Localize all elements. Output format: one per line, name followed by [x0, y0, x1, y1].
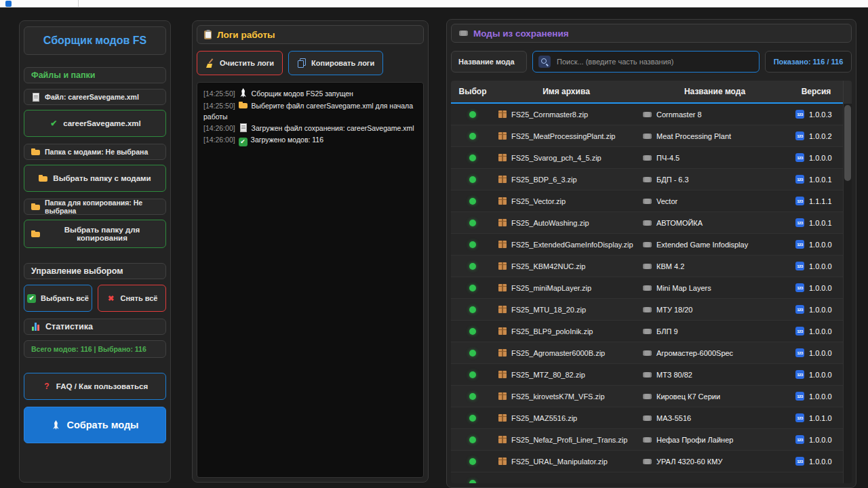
row-select-cell[interactable] [451, 364, 494, 385]
version-icon [795, 153, 804, 162]
scrollbar-thumb[interactable] [844, 105, 851, 181]
version-icon [795, 435, 804, 444]
table-row[interactable]: FS25_MTZ_80_82.zip МТЗ 80/82 1.0.0.0 [451, 364, 852, 386]
search-icon [540, 57, 549, 66]
log-time: [14:25:50] [203, 102, 235, 110]
row-select-cell[interactable] [451, 451, 494, 472]
table-row[interactable]: FS25_miniMapLayer.zip Mini Map Layers 1.… [451, 277, 852, 299]
folder-icon [31, 147, 41, 157]
table-scrollbar[interactable] [843, 104, 852, 483]
table-row[interactable]: FS25_MTU_18_20.zip МТУ 18/20 1.0.0.0 [451, 299, 852, 321]
table-row[interactable]: FS25_URAL_Manipulator.zip УРАЛ 4320-60 К… [451, 451, 852, 472]
row-archive-cell: FS25_ExtendedGameInfoDisplay.zip [494, 234, 638, 255]
mod-name: БДП - 6.3 [656, 176, 689, 184]
table-row[interactable]: FS25_Nefaz_Profi_Liner_Trans.zip Нефаз П… [451, 429, 852, 451]
table-row[interactable]: FS25_Svarog_pch_4_5.zip ПЧ-4.5 1.0.0.0 [451, 147, 852, 169]
archive-name: FS25_MTZ_80_82.zip [511, 371, 585, 379]
mod-version: 1.0.0.2 [809, 132, 832, 140]
table-row[interactable]: FS25_MeatProcessingPlant.zip Meat Proces… [451, 125, 852, 147]
version-icon [795, 392, 804, 401]
row-archive-cell: FS25_Agromaster6000B.zip [494, 342, 638, 363]
mod-name: Extended Game Infodisplay [656, 241, 748, 249]
row-select-cell [451, 472, 494, 483]
table-row[interactable]: FS25_Agromaster6000B.zip Агромастер-6000… [451, 342, 852, 364]
table-row[interactable]: FS25_kirovetsK7M_VFS.zip Кировец К7 Сери… [451, 386, 852, 407]
row-modname-cell: Meat Processing Plant [638, 125, 791, 146]
row-select-cell[interactable] [451, 321, 494, 342]
search-field-selector[interactable]: Название мода [451, 51, 527, 73]
mod-version: 1.0.0.0 [809, 436, 832, 444]
broom-icon [205, 58, 215, 68]
table-row[interactable]: FS25_AutoWashing.zip АВТОМОЙКА 1.0.0.1 [451, 212, 852, 234]
selected-dot [469, 328, 476, 335]
select-all-button[interactable]: Выбрать всё [24, 285, 92, 312]
row-archive-cell: FS25_MTZ_80_82.zip [494, 364, 638, 385]
faq-button[interactable]: FAQ / Как пользоваться [24, 373, 166, 400]
row-select-cell[interactable] [451, 190, 494, 211]
row-modname-cell: Кировец К7 Серии [638, 386, 791, 407]
row-select-cell[interactable] [451, 299, 494, 320]
folder-icon [31, 229, 41, 239]
package-icon [498, 458, 507, 465]
row-select-cell[interactable] [451, 342, 494, 363]
column-header-select[interactable]: Выбор [451, 81, 494, 102]
selected-dot [469, 111, 476, 118]
page-title: Сборщик модов FS [24, 26, 166, 55]
search-input[interactable] [555, 57, 753, 66]
table-row[interactable]: FS25_MAZ5516.zip МАЗ-5516 1.0.1.0 [451, 407, 852, 429]
section-stats-header-text: Статистика [45, 322, 93, 331]
log-entry: [14:25:50] Выберите файл careerSavegame.… [203, 100, 417, 123]
copy-logs-button[interactable]: Копировать логи [288, 51, 383, 75]
archive-name: FS25_KBM42NUC.zip [511, 262, 585, 270]
column-header-modname[interactable]: Название мода [638, 81, 791, 102]
table-row[interactable]: FS25_Cornmaster8.zip Cornmaster 8 1.0.0.… [451, 104, 852, 125]
version-icon [795, 240, 804, 249]
log-output[interactable]: [14:25:50] Сборщик модов FS25 запущен [1… [197, 82, 424, 478]
row-select-cell[interactable] [451, 429, 494, 450]
table-row[interactable]: FS25_BLP9_poloInik.zip БЛП 9 1.0.0.0 [451, 321, 852, 342]
table-row[interactable]: FS25_KBM42NUC.zip КВМ 4.2 1.0.0.0 [451, 256, 852, 277]
clear-logs-button[interactable]: Очистить логи [197, 51, 283, 75]
row-select-cell[interactable] [451, 256, 494, 277]
savegame-file-label: Файл: careerSavegame.xml [24, 89, 166, 105]
row-modname-cell: Mini Map Layers [638, 277, 791, 298]
package-icon [498, 154, 507, 161]
table-row[interactable]: FS25_Vector.zip Vector 1.1.1.1 [451, 190, 852, 212]
mod-version: 1.0.1.0 [809, 414, 832, 422]
log-entry-icon [239, 138, 248, 146]
package-icon [498, 132, 507, 140]
log-entry: [14:26:00] Загружен файл сохранения: car… [203, 123, 417, 134]
deselect-all-button[interactable]: Снять всё [98, 285, 166, 312]
row-select-cell[interactable] [451, 386, 494, 407]
row-select-cell[interactable] [451, 147, 494, 168]
choose-copy-folder-button[interactable]: Выбрать папку для копирования [24, 220, 166, 248]
selected-dot [469, 241, 476, 248]
package-icon [498, 414, 507, 422]
mods-table-body: FS25_Cornmaster8.zip Cornmaster 8 1.0.0.… [451, 104, 852, 483]
table-row[interactable]: FS25_ExtendedGameInfoDisplay.zip Extende… [451, 234, 852, 256]
mod-version: 1.0.0.0 [809, 327, 832, 336]
collect-mods-button[interactable]: Собрать моды [24, 407, 166, 443]
table-row[interactable]: FS25_BDP_6_3.zip БДП - 6.3 1.0.0.1 [451, 169, 852, 190]
mods-table: Выбор Имя архива Название мода Версия FS… [451, 81, 852, 483]
choose-savegame-button[interactable]: careerSavegame.xml [24, 110, 166, 137]
archive-name: FS25_Vector.zip [511, 197, 566, 205]
rocket-icon [51, 420, 60, 430]
row-select-cell[interactable] [451, 212, 494, 233]
section-selection-header: Управление выбором [24, 263, 166, 279]
row-select-cell[interactable] [451, 234, 494, 255]
row-select-cell[interactable] [451, 125, 494, 146]
row-select-cell[interactable] [451, 277, 494, 298]
archive-name: FS25_AutoWashing.zip [511, 219, 589, 227]
choose-mods-folder-button[interactable]: Выбрать папку с модами [24, 165, 166, 192]
mod-version: 1.0.0.1 [809, 176, 832, 184]
mod-name: Mini Map Layers [656, 284, 711, 292]
row-select-cell[interactable] [451, 407, 494, 428]
row-select-cell[interactable] [451, 104, 494, 125]
row-select-cell[interactable] [451, 169, 494, 190]
game-icon [642, 370, 652, 380]
column-header-archive[interactable]: Имя архива [494, 81, 638, 102]
mod-version: 1.0.0.3 [809, 110, 832, 119]
selected-dot [469, 263, 476, 270]
row-archive-cell: FS25_MeatProcessingPlant.zip [494, 125, 638, 146]
